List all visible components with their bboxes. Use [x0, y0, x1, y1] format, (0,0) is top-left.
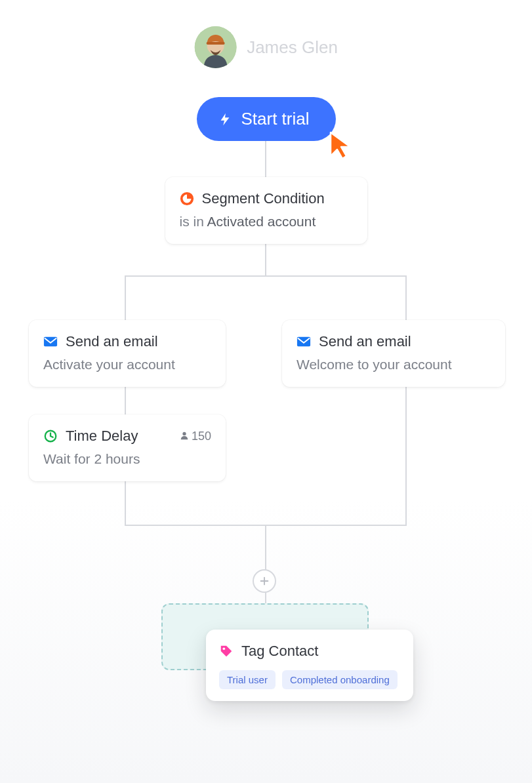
- tag-icon: [219, 644, 234, 658]
- add-node-button[interactable]: [253, 569, 276, 593]
- svg-rect-5: [297, 337, 310, 347]
- node-subtitle: Welcome to your account: [297, 357, 491, 372]
- node-tag-contact[interactable]: Tag Contact Trial user Completed onboard…: [206, 630, 413, 701]
- user-header: James Glen: [194, 26, 338, 68]
- node-segment-condition[interactable]: Segment Condition is in Activated accoun…: [165, 177, 367, 244]
- connector: [265, 141, 266, 177]
- user-name: James Glen: [247, 37, 338, 58]
- mail-icon: [297, 334, 311, 349]
- node-subtitle: is in Activated account: [180, 214, 353, 230]
- connector: [125, 275, 407, 277]
- svg-rect-4: [44, 337, 57, 347]
- tag-chip[interactable]: Completed onboarding: [282, 670, 398, 689]
- start-trial-button[interactable]: Start trial: [196, 97, 335, 141]
- mail-icon: [43, 334, 58, 349]
- node-send-email-right[interactable]: Send an email Welcome to your account: [282, 320, 505, 387]
- lightning-icon: [217, 112, 232, 127]
- node-title: Tag Contact: [241, 643, 318, 660]
- cursor-icon: [328, 130, 357, 164]
- start-trial-label: Start trial: [241, 109, 309, 129]
- tag-chip[interactable]: Trial user: [219, 670, 276, 689]
- avatar: [194, 26, 236, 68]
- node-title: Send an email: [66, 333, 158, 350]
- svg-point-8: [223, 648, 226, 651]
- node-title: Segment Condition: [202, 190, 325, 207]
- connector: [125, 275, 126, 525]
- node-title: Time Delay: [66, 428, 138, 445]
- connector: [265, 244, 266, 275]
- segment-icon: [180, 191, 194, 206]
- svg-point-7: [182, 432, 186, 435]
- node-title: Send an email: [319, 333, 411, 350]
- contact-count: 150: [180, 430, 211, 443]
- node-subtitle: Activate your account: [43, 357, 211, 372]
- node-time-delay[interactable]: Time Delay 150 Wait for 2 hours: [29, 414, 226, 481]
- person-icon: [180, 430, 189, 443]
- node-subtitle: Wait for 2 hours: [43, 451, 211, 467]
- clock-icon: [43, 429, 58, 443]
- node-send-email-left[interactable]: Send an email Activate your account: [29, 320, 226, 387]
- connector: [405, 275, 407, 525]
- svg-rect-2: [206, 42, 224, 45]
